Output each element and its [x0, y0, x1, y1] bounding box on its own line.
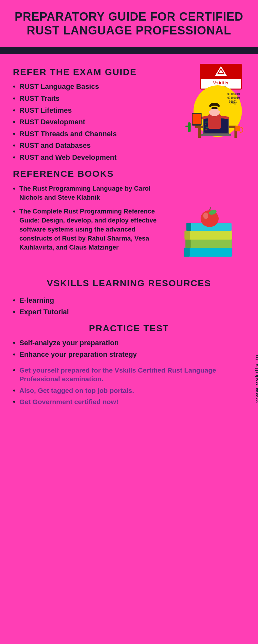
list-item: Get Government certified now! — [13, 397, 245, 406]
svg-line-40 — [210, 207, 211, 210]
list-item: Self-analyze your preparation — [13, 338, 245, 348]
site-url-vertical: www.vskills.in — [254, 354, 258, 402]
svg-point-20 — [218, 107, 222, 111]
svg-rect-13 — [201, 134, 231, 136]
practice-test-list: Self-analyze your preparation Enhance yo… — [13, 338, 245, 359]
svg-rect-29 — [185, 126, 191, 127]
practice-test-heading: PRACTICE TEST — [13, 323, 245, 334]
exam-guide-heading: REFER THE EXAM GUIDE — [13, 67, 137, 77]
svg-rect-5 — [198, 128, 201, 138]
reference-books-section: REFERENCE BOOKS The Rust Programming Lan… — [13, 169, 245, 272]
svg-rect-35 — [184, 231, 190, 240]
main-content: REFER THE EXAM GUIDE Vskills Certified — [0, 57, 258, 419]
svg-rect-27 — [235, 126, 240, 131]
list-item: E-learning — [13, 296, 126, 305]
practice-test-section: PRACTICE TEST Self-analyze your preparat… — [13, 323, 245, 406]
svg-rect-34 — [184, 231, 232, 240]
page-title: PREPARATORY GUIDE FOR CERTIFIED RUST LAN… — [13, 10, 245, 37]
svg-text:001: 001 — [205, 129, 208, 131]
reference-books-heading: REFERENCE BOOKS — [13, 169, 245, 179]
svg-text:01001: 01001 — [229, 100, 237, 103]
exam-list-section: RUST Language Basics RUST Traits RUST Li… — [13, 82, 245, 162]
practice-purple-list: Get yourself prepared for the Vskills Ce… — [13, 366, 245, 406]
svg-point-41 — [203, 213, 208, 219]
svg-point-19 — [207, 107, 211, 111]
svg-rect-26 — [193, 114, 201, 124]
coding-illustration-svg: 01100010 01101010 1001 001 — [176, 76, 243, 143]
list-item: Get yourself prepared for the Vskills Ce… — [13, 366, 245, 384]
top-divider — [0, 47, 258, 54]
svg-text:01101010: 01101010 — [227, 97, 240, 99]
list-item: Expert Tutorial — [13, 308, 126, 317]
vskills-resources-section: VSKILLS LEARNING RESOURCES E-learning Ex… — [13, 275, 245, 317]
list-item: Enhance your preparation strategy — [13, 350, 245, 359]
svg-rect-37 — [186, 223, 191, 231]
books-svg — [177, 204, 242, 262]
svg-rect-33 — [185, 239, 191, 248]
list-item: The Complete Rust Programming Reference … — [13, 207, 168, 252]
vskills-resources-heading: VSKILLS LEARNING RESOURCES — [47, 278, 211, 289]
logo-icon — [214, 65, 227, 77]
list-item: Also, Get tagged on top job portals. — [13, 386, 245, 395]
svg-rect-14 — [208, 114, 221, 129]
list-item: The Rust Programming Language by Carol N… — [13, 184, 168, 202]
svg-rect-30 — [184, 248, 232, 257]
list-item: RUST and Web Development — [13, 153, 245, 162]
svg-rect-31 — [184, 248, 190, 257]
resources-list: E-learning Expert Tutorial — [13, 296, 126, 317]
reference-books-list: The Rust Programming Language by Carol N… — [13, 184, 171, 252]
svg-rect-32 — [185, 239, 232, 248]
books-illustration — [177, 204, 242, 262]
exam-guide-section: REFER THE EXAM GUIDE Vskills Certified — [13, 64, 245, 162]
header-section: PREPARATORY GUIDE FOR CERTIFIED RUST LAN… — [0, 0, 258, 44]
coding-person-illustration: 01100010 01101010 1001 001 — [176, 76, 243, 143]
svg-text:01100010: 01100010 — [227, 93, 240, 96]
